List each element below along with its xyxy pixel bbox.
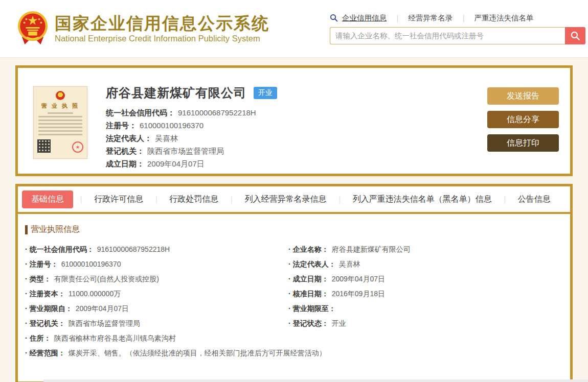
field-label: 类型： [30, 275, 51, 283]
field-label: 经营范围： [30, 349, 65, 357]
field-value: 陕西省市场监督管理局 [69, 319, 140, 327]
license-field-row: 登记机关：陕西省市场监督管理局 [25, 316, 288, 331]
field-value: 吴喜林 [155, 134, 178, 142]
field-value: 陕西省市场监督管理局 [147, 147, 224, 155]
site-title-block: 国家企业信用信息公示系统 National Enterprise Credit … [55, 14, 269, 44]
site-subtitle: National Enterprise Credit Information P… [55, 34, 269, 43]
field-value: 煤炭开采、销售。（依法须经批准的项目，经相关部门批准后方可开展经营活动） [69, 349, 326, 357]
search-button-icon [570, 31, 580, 41]
license-fields-left-column: 统一社会信用代码：91610000687952218H 注册号：61000010… [25, 242, 288, 331]
tab-separator: ｜ [336, 195, 344, 204]
license-field-row: 统一社会信用代码：91610000687952218H [25, 242, 288, 257]
detail-content: 营业执照信息 统一社会信用代码：91610000687952218H 注册号：6… [18, 214, 570, 361]
license-field-row: 成立日期：2009年04月07日 [288, 272, 563, 286]
action-button[interactable]: 发送报告 [487, 87, 559, 105]
tab-separator: ｜ [152, 195, 160, 204]
license-field-row: 企业名称：府谷县建新煤矿有限公司 [288, 242, 563, 257]
field-value: 2016年09月18日 [332, 290, 385, 298]
section-title: 营业执照信息 [25, 224, 563, 235]
license-field-row: 类型：有限责任公司(自然人投资或控股) [25, 272, 288, 286]
field-value: 2009年04月07日 [76, 304, 129, 313]
field-value: 有限责任公司(自然人投资或控股) [54, 275, 159, 283]
license-field-row: 营业期限至： [288, 301, 563, 316]
license-field-row: 法定代表人：吴喜林 [288, 257, 563, 272]
search-category-nav: 企业信用信息 ｜经营异常名录 ｜严重违法失信名单 [330, 13, 585, 23]
field-label: 法定代表人： [293, 260, 336, 268]
search-input[interactable] [330, 27, 565, 44]
field-value: 府谷县建新煤矿有限公司 [332, 245, 411, 253]
tab-bar: 基础信息 ｜行政许可信息 ｜行政处罚信息 ｜列入经营异常名录信息 ｜列入严重违法… [18, 186, 570, 212]
company-name: 府谷县建新煤矿有限公司 [106, 85, 246, 101]
horizontal-scrollbar[interactable] [43, 379, 588, 382]
field-label: 营业期限自： [30, 304, 73, 313]
tab-separator: ｜ [501, 195, 509, 204]
field-value: 11000.000000万 [69, 290, 121, 298]
field-label: 登记状态： [293, 319, 329, 327]
field-label: 登记机关： [30, 319, 65, 327]
field-label: 注册号： [30, 260, 58, 268]
tab-separator: ｜ [77, 195, 85, 204]
license-field-row: 核准日期：2016年09月18日 [288, 286, 563, 301]
main-area: 营 业 执 照 府谷县建新煤矿有限公司 开业 统一社会信用代码：91610000 [0, 58, 588, 382]
nav-separator: ｜ [394, 13, 401, 23]
header-search-area: 企业信用信息 ｜经营异常名录 ｜严重违法失信名单 [330, 13, 585, 44]
field-value: 91610000687952218H [97, 245, 170, 253]
search-row [330, 27, 585, 44]
browser-viewport: 国家企业信用信息公示系统 National Enterprise Credit … [0, 0, 588, 382]
summary-field-row: 成立日期：2009年04月07日 [106, 157, 570, 170]
field-label: 营业期限至： [293, 304, 336, 313]
tab-item[interactable]: 行政许可信息 [89, 190, 148, 208]
summary-actions: 发送报告 信息分享 信息打印 [487, 87, 559, 158]
tab-item[interactable]: 公告信息 [513, 190, 556, 208]
search-button[interactable] [565, 27, 585, 44]
field-label: 注册号： [106, 121, 137, 130]
license-fields-full-rows: 住所：陕西省榆林市府谷县老高川镇乌素沟村 经营范围：煤炭开采、销售。（依法须经批… [25, 331, 563, 361]
field-label: 法定代表人： [106, 134, 152, 142]
nav-item[interactable]: 严重违法失信名单 [474, 13, 533, 23]
field-value: 开业 [332, 319, 346, 327]
company-summary-card: 营 业 执 照 府谷县建新煤矿有限公司 开业 统一社会信用代码：91610000 [15, 65, 573, 176]
tab-separator: ｜ [228, 195, 236, 204]
license-fields-right-column: 企业名称：府谷县建新煤矿有限公司 法定代表人：吴喜林 成立日期：2009年04月… [288, 242, 563, 331]
field-value: 2009年04月07日 [332, 275, 385, 283]
action-button[interactable]: 信息分享 [487, 111, 559, 128]
license-red-seal [72, 141, 83, 153]
license-field-row: 营业期限自：2009年04月07日 [25, 301, 288, 316]
license-field-row: 注册资本：11000.000000万 [25, 286, 288, 301]
field-label: 企业名称： [293, 245, 329, 253]
nav-item[interactable]: 经营异常名录 [408, 13, 453, 23]
status-badge: 开业 [254, 87, 277, 99]
field-value: 610000100196370 [61, 260, 121, 268]
field-label: 登记机关： [106, 147, 144, 155]
national-emblem-logo [17, 11, 49, 47]
license-field-row: 注册号：610000100196370 [25, 257, 288, 272]
field-value: 陕西省榆林市府谷县老高川镇乌素沟村 [54, 334, 176, 342]
business-license-thumbnail[interactable]: 营 业 执 照 [33, 86, 87, 159]
nav-item[interactable]: 企业信用信息 [342, 13, 387, 23]
field-label: 成立日期： [293, 275, 329, 283]
license-field-row: 经营范围：煤炭开采、销售。（依法须经批准的项目，经相关部门批准后方可开展经营活动… [25, 346, 563, 361]
field-label: 成立日期： [106, 159, 144, 168]
nav-separator: ｜ [460, 13, 467, 23]
tab-item[interactable]: 基础信息 [22, 190, 73, 208]
detail-card: 基础信息 ｜行政许可信息 ｜行政处罚信息 ｜列入经营异常名录信息 ｜列入严重违法… [15, 184, 573, 382]
license-field-row: 登记状态：开业 [288, 316, 563, 331]
tab-item[interactable]: 列入经营异常名录信息 [240, 190, 332, 208]
field-value: 91610000687952218H [178, 108, 256, 117]
site-header: 国家企业信用信息公示系统 National Enterprise Credit … [0, 0, 588, 58]
field-value: 吴喜林 [339, 260, 360, 268]
license-thumb-title: 营 业 执 照 [37, 102, 83, 110]
field-value: 2009年04月07日 [147, 159, 205, 168]
section-title-bar-icon [25, 225, 28, 234]
tab-item[interactable]: 列入严重违法失信名单（黑名单）信息 [348, 190, 497, 208]
license-emblem-icon [56, 91, 65, 100]
license-qr-code [37, 139, 51, 153]
field-label: 统一社会信用代码： [30, 245, 94, 253]
field-label: 统一社会信用代码： [106, 108, 175, 117]
section-title-text: 营业执照信息 [31, 224, 80, 235]
tab-item[interactable]: 行政处罚信息 [164, 190, 223, 208]
license-field-row: 住所：陕西省榆林市府谷县老高川镇乌素沟村 [25, 331, 563, 346]
search-icon [330, 14, 338, 22]
field-label: 注册资本： [30, 290, 65, 298]
action-button[interactable]: 信息打印 [487, 134, 559, 152]
